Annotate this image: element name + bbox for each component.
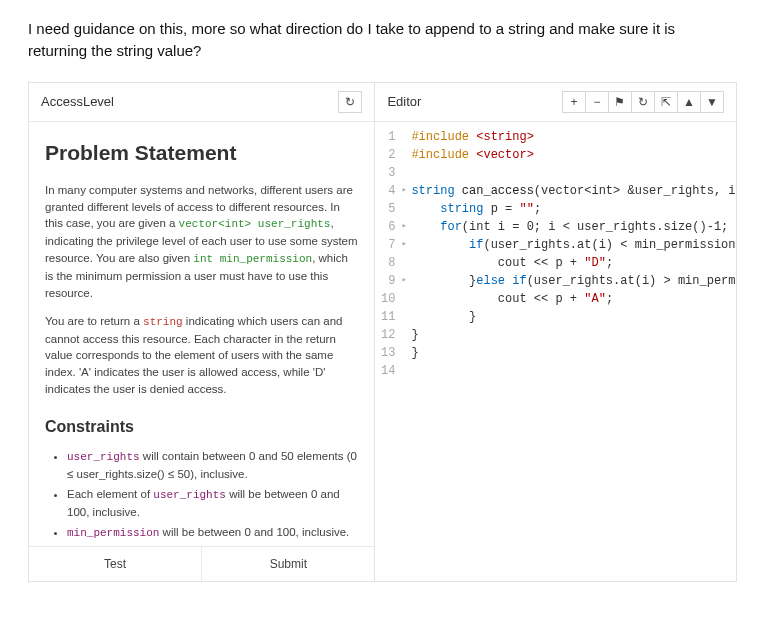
code-content: } xyxy=(411,308,476,326)
fold-icon[interactable]: ▸ xyxy=(401,218,411,236)
line-number: 13 xyxy=(375,344,401,362)
problem-panel: AccessLevel ↻ Problem Statement In many … xyxy=(29,83,375,581)
text: Each element of xyxy=(67,488,153,500)
code-line[interactable]: 13 } xyxy=(375,344,736,362)
fold-icon xyxy=(401,146,411,164)
fold-icon xyxy=(401,254,411,272)
problem-tab-title: AccessLevel xyxy=(41,94,114,109)
code-content: for(int i = 0; i < user_rights.size()-1;… xyxy=(411,218,736,236)
test-button[interactable]: Test xyxy=(29,547,202,581)
code-content: cout << p + "D"; xyxy=(411,254,613,272)
fold-icon xyxy=(401,128,411,146)
line-number: 11 xyxy=(375,308,401,326)
line-number: 5 xyxy=(375,200,401,218)
code-line[interactable]: 14 xyxy=(375,362,736,380)
code-content: #include <string> xyxy=(411,128,533,146)
code-line[interactable]: 4▸string can_access(vector<int> &user_ri… xyxy=(375,182,736,200)
code-content: cout << p + "A"; xyxy=(411,290,613,308)
down-arrow-icon[interactable]: ▼ xyxy=(700,91,724,113)
line-number: 1 xyxy=(375,128,401,146)
fold-icon xyxy=(401,362,411,380)
fold-icon xyxy=(401,200,411,218)
fold-icon xyxy=(401,290,411,308)
fold-icon[interactable]: ▸ xyxy=(401,236,411,254)
code-line[interactable]: 11 } xyxy=(375,308,736,326)
constraints-heading: Constraints xyxy=(45,415,358,438)
code-inline: string xyxy=(143,316,183,328)
code-content: } xyxy=(411,344,418,362)
submit-button[interactable]: Submit xyxy=(202,547,374,581)
line-number: 6 xyxy=(375,218,401,236)
editor-panel-header: Editor + − ⚑ ↻ ⇱ ▲ ▼ xyxy=(375,83,736,122)
zoom-in-icon[interactable]: + xyxy=(562,91,586,113)
code-editor[interactable]: 1 #include <string>2 #include <vector>3 … xyxy=(375,122,736,581)
constraint-item: Each element of user_rights will be betw… xyxy=(67,486,358,521)
fold-icon xyxy=(401,164,411,182)
editor-panel: Editor + − ⚑ ↻ ⇱ ▲ ▼ 1 #include <string>… xyxy=(375,83,736,581)
code-content: #include <vector> xyxy=(411,146,533,164)
up-arrow-icon[interactable]: ▲ xyxy=(677,91,701,113)
code-line[interactable]: 5 string p = ""; xyxy=(375,200,736,218)
fold-icon xyxy=(401,344,411,362)
code-line[interactable]: 12 } xyxy=(375,326,736,344)
action-buttons: Test Submit xyxy=(29,546,374,581)
code-content: string p = ""; xyxy=(411,200,541,218)
text: You are to return a xyxy=(45,315,143,327)
text: will be between 0 and 100, inclusive. xyxy=(159,526,349,538)
expand-icon[interactable]: ⇱ xyxy=(654,91,678,113)
code-inline: min_permission xyxy=(67,527,159,539)
line-number: 3 xyxy=(375,164,401,182)
problem-paragraph-2: You are to return a string indicating wh… xyxy=(45,313,358,398)
refresh-icon[interactable]: ↻ xyxy=(338,91,362,113)
constraints-list: user_rights will contain between 0 and 5… xyxy=(45,448,358,541)
constraint-item: user_rights will contain between 0 and 5… xyxy=(67,448,358,483)
code-line[interactable]: 3 xyxy=(375,164,736,182)
line-number: 8 xyxy=(375,254,401,272)
code-line[interactable]: 8 cout << p + "D"; xyxy=(375,254,736,272)
fold-icon xyxy=(401,308,411,326)
code-line[interactable]: 6▸ for(int i = 0; i < user_rights.size()… xyxy=(375,218,736,236)
problem-paragraph-1: In many computer systems and networks, d… xyxy=(45,182,358,301)
code-line[interactable]: 2 #include <vector> xyxy=(375,146,736,164)
ide-container: AccessLevel ↻ Problem Statement In many … xyxy=(28,82,737,582)
problem-statement-heading: Problem Statement xyxy=(45,138,358,168)
zoom-out-icon[interactable]: − xyxy=(585,91,609,113)
refresh-icon[interactable]: ↻ xyxy=(631,91,655,113)
flag-icon[interactable]: ⚑ xyxy=(608,91,632,113)
constraint-item: min_permission will be between 0 and 100… xyxy=(67,524,358,542)
fold-icon[interactable]: ▸ xyxy=(401,272,411,290)
line-number: 7 xyxy=(375,236,401,254)
code-inline: vector<int> user_rights xyxy=(179,218,331,230)
question-text: I need guidance on this, more so what di… xyxy=(28,18,737,62)
fold-icon[interactable]: ▸ xyxy=(401,182,411,200)
code-line[interactable]: 9▸ }else if(user_rights.at(i) > min_perm… xyxy=(375,272,736,290)
code-line[interactable]: 1 #include <string> xyxy=(375,128,736,146)
editor-tab-title: Editor xyxy=(387,94,421,109)
editor-toolbar: + − ⚑ ↻ ⇱ ▲ ▼ xyxy=(562,91,724,113)
code-inline: user_rights xyxy=(67,451,140,463)
code-content: }else if(user_rights.at(i) > min_permiss… xyxy=(411,272,736,290)
code-content: if(user_rights.at(i) < min_permission){ xyxy=(411,236,736,254)
fold-icon xyxy=(401,326,411,344)
line-number: 14 xyxy=(375,362,401,380)
code-content: string can_access(vector<int> &user_righ… xyxy=(411,182,736,200)
code-inline: int min_permission xyxy=(193,253,312,265)
code-content: } xyxy=(411,326,418,344)
problem-body: Problem Statement In many computer syste… xyxy=(29,122,374,546)
code-line[interactable]: 10 cout << p + "A"; xyxy=(375,290,736,308)
line-number: 2 xyxy=(375,146,401,164)
line-number: 12 xyxy=(375,326,401,344)
code-line[interactable]: 7▸ if(user_rights.at(i) < min_permission… xyxy=(375,236,736,254)
line-number: 10 xyxy=(375,290,401,308)
line-number: 4 xyxy=(375,182,401,200)
code-inline: user_rights xyxy=(153,489,226,501)
problem-panel-header: AccessLevel ↻ xyxy=(29,83,374,122)
line-number: 9 xyxy=(375,272,401,290)
